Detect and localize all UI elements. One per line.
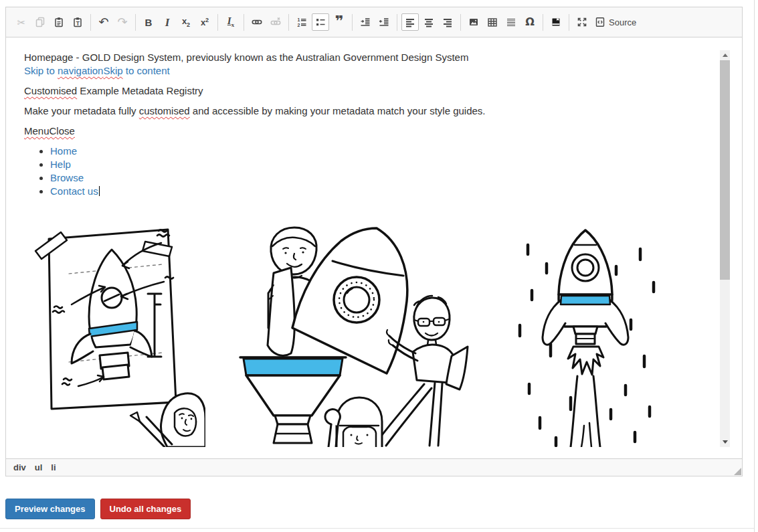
toolbar-separator [569,14,569,31]
link-icon [252,17,262,27]
align-left-button[interactable] [401,13,419,31]
scrollbar-up-arrow[interactable] [720,50,730,60]
maximize-icon [577,17,587,27]
rich-text-editor: ✂ T ↶ ↷ B I x2 x2 Ix 12 [5,7,743,476]
outdent-button[interactable] [375,13,393,31]
subscript-button[interactable]: x2 [177,13,195,31]
italic-button[interactable]: I [159,13,176,31]
outdent-icon [379,17,389,27]
source-icon [595,17,605,27]
page-break-button[interactable] [547,13,565,31]
element-path-li[interactable]: li [51,462,56,472]
cut-icon: ✂ [17,17,26,27]
triangle-down-icon [723,440,728,444]
align-right-icon [442,17,453,27]
indent-button[interactable] [357,13,374,31]
superscript-icon: x2 [201,17,209,27]
cut-button[interactable]: ✂ [13,13,30,31]
redo-button[interactable]: ↷ [114,13,131,31]
blockquote-button[interactable]: ❞ [330,13,348,31]
bold-icon: B [145,17,153,27]
numbered-list-icon: 12 [296,17,307,27]
horizontal-rule-button[interactable] [502,13,520,31]
paste-button[interactable] [50,13,68,31]
editor-toolbar: ✂ T ↶ ↷ B I x2 x2 Ix 12 [6,7,742,37]
undo-all-changes-button[interactable]: Undo all changes [100,499,191,519]
svg-text:2: 2 [298,23,300,27]
bulleted-list-icon [315,17,326,27]
remove-format-button[interactable]: Ix [222,13,240,31]
team-assembling-rocket-illustration [231,221,473,447]
paste-text-icon: T [72,17,83,27]
unlink-button[interactable] [267,13,284,31]
align-left-icon [405,17,415,27]
image-icon [468,17,479,27]
illustrations-row [6,37,742,447]
document-body: Homepage - GOLD Design System, previousl… [6,37,742,198]
toolbar-separator [397,14,397,31]
form-actions: Preview changes Undo all changes [5,499,191,519]
page-bottom-divider [0,528,754,529]
bold-button[interactable]: B [140,13,157,31]
element-path-bar: div ul li [6,458,742,476]
toolbar-separator [217,14,218,31]
subscript-icon: x2 [182,17,190,28]
align-center-button[interactable] [420,13,438,31]
link-button[interactable] [248,13,266,31]
redo-icon: ↷ [117,16,127,28]
special-char-icon: Ω [525,17,535,27]
scrollbar-thumb[interactable] [720,60,730,280]
toolbar-separator [288,14,289,31]
horizontal-rule-icon [506,17,516,27]
toolbar-separator [244,14,244,31]
italic-icon: I [165,17,170,28]
svg-text:1: 1 [298,17,300,22]
maximize-button[interactable] [573,13,591,31]
toolbar-separator [135,14,136,31]
image-button[interactable] [465,13,482,31]
toolbar-separator [543,14,543,31]
undo-button[interactable]: ↶ [95,13,112,31]
align-center-icon [423,17,434,27]
source-button[interactable]: Source [592,13,639,31]
special-char-button[interactable]: Ω [521,13,539,31]
paste-icon [54,17,64,27]
unlink-icon [270,17,281,27]
toolbar-separator [352,14,353,31]
table-button[interactable] [484,13,501,31]
rocket-sketch-poster-illustration [30,223,205,447]
triangle-up-icon [723,54,728,57]
undo-icon: ↶ [98,16,108,28]
superscript-button[interactable]: x2 [196,13,213,31]
resize-grip[interactable] [734,468,741,475]
editor-scrollbar[interactable] [720,50,730,447]
align-right-button[interactable] [439,13,456,31]
element-path-ul[interactable]: ul [35,462,43,472]
copy-icon [35,17,45,27]
blockquote-icon: ❞ [335,18,344,27]
scrollbar-down-arrow[interactable] [720,437,730,447]
toolbar-separator [460,14,461,31]
toolbar-separator [90,14,91,31]
element-path-div[interactable]: div [13,462,26,472]
page-right-divider [754,0,755,532]
svg-text:T: T [76,20,80,27]
numbered-list-button[interactable]: 12 [293,13,310,31]
preview-changes-button[interactable]: Preview changes [5,499,95,519]
paste-text-button[interactable]: T [69,13,86,31]
source-button-label: Source [609,17,636,27]
indent-icon [360,17,371,27]
page-break-book-icon [551,17,561,27]
copy-button[interactable] [31,13,49,31]
editable-content-area[interactable]: Homepage - GOLD Design System, previousl… [6,37,742,458]
bulleted-list-button[interactable] [312,13,329,31]
remove-format-icon: Ix [227,16,234,28]
rocket-launching-illustration [512,225,660,447]
table-icon [487,17,498,27]
